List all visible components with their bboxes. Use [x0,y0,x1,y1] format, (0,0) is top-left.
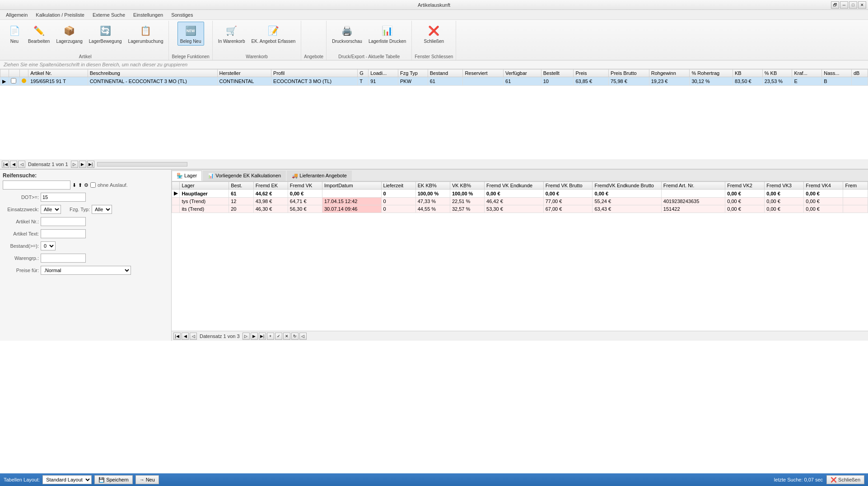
ribbon-btn-ekangebot[interactable]: 📝 EK. Angebot Erfassen [249,22,299,46]
col-kraft[interactable]: Kraf... [792,69,822,77]
col-preis[interactable]: Preis [574,69,609,77]
download-icon[interactable]: ⬇ [72,182,76,188]
inner-nav-first[interactable]: |◀ [173,333,181,340]
col-rohgewinn[interactable]: Rohgewinn [649,69,690,77]
ribbon-btn-belegneu[interactable]: 🆕 Beleg Neu [177,22,204,46]
inner-nav-add[interactable]: + [267,333,274,340]
nav-first-button[interactable]: |◀ [2,161,9,168]
menu-kalkulation[interactable]: Kalkulation / Preisliste [32,11,89,19]
fzgtyp-select[interactable]: Alle [92,205,112,214]
tab-lager[interactable]: 🏪 Lager [172,171,202,181]
icol-fremdvkendbrutto[interactable]: FremdVK Endkunde Brutto [593,182,661,190]
artikeltext-input[interactable] [41,229,86,238]
restore-button[interactable]: 🗗 [831,1,839,9]
menu-externe-suche[interactable]: Externe Suche [89,11,129,19]
nav-next-page-button[interactable]: ▷ [71,161,78,168]
col-preisbrutto[interactable]: Preis Brutto [609,69,649,77]
close-button[interactable]: ✕ [858,1,866,9]
col-checkbox[interactable] [9,69,20,77]
ribbon-btn-lagerzugang[interactable]: 📦 Lagerzugang [53,22,85,46]
reifensuche-input[interactable] [3,181,70,190]
icol-ekkb[interactable]: EK KB% [415,182,450,190]
ribbon-btn-neu[interactable]: 📄 Neu [5,22,24,46]
col-indicator[interactable] [0,69,9,77]
nav-prev-button[interactable]: ◀ [10,161,17,168]
menu-sonstiges[interactable]: Sonstiges [167,11,197,19]
icol-fremdartno[interactable]: Fremd Art. Nr. [661,182,725,190]
icol-fremdvkend[interactable]: Fremd VK Endkunde [485,182,544,190]
col-ptkb[interactable]: % KB [762,69,792,77]
col-hersteller[interactable]: Hersteller [217,69,271,77]
inner-nav-prev[interactable]: ◀ [182,333,189,340]
main-data-grid[interactable]: Artikel Nr. Beschreibung Hersteller Prof… [0,69,868,159]
icol-fremdek[interactable]: Fremd EK [253,182,288,190]
col-verfuegbar[interactable]: Verfügbar [504,69,541,77]
col-g[interactable]: G [358,69,369,77]
col-dot[interactable] [20,69,28,77]
icol-lager[interactable]: Lager [180,182,229,190]
col-loading[interactable]: Loadi... [369,69,398,77]
maximize-button[interactable]: □ [849,1,857,9]
lager-table-row[interactable]: ▶ Hauptlager 61 44,62 € 0,00 € 0 100,00 … [172,190,868,198]
row-checkbox[interactable] [9,77,20,86]
col-bestellt[interactable]: Bestellt [541,69,574,77]
lager-table-row[interactable]: its (Trend) 20 46,30 € 56,30 € 30.07.14 … [172,205,868,213]
neu-status-button[interactable]: → Neu [135,475,159,484]
inner-nav-cancel[interactable]: ✕ [283,333,290,340]
ohne-auslauf-checkbox[interactable] [90,182,96,188]
col-db[interactable]: dB [851,69,868,77]
tab-lieferanten[interactable]: 🚚 Lieferanten Angebote [287,171,352,181]
col-bestand[interactable]: Bestand [428,69,463,77]
preise-select[interactable]: .Normal [41,266,131,275]
inner-nav-last[interactable]: ▶| [259,333,266,340]
ribbon-btn-druckvorschau[interactable]: 🖨️ Druckvorschau [329,22,365,46]
dot-input[interactable] [41,193,86,202]
inner-grid[interactable]: Lager Best. Fremd EK Fremd VK ImportDatu… [172,181,868,331]
menu-allgemein[interactable]: Allgemein [2,11,32,19]
ribbon-btn-lagerbewegung[interactable]: 🔄 LagerBewegung [86,22,125,46]
col-artikelnr[interactable]: Artikel Nr. [28,69,88,77]
icol-best[interactable]: Best. [229,182,253,190]
lager-table-row[interactable]: tys (Trend) 12 43,98 € 64,71 € 17.04.15 … [172,198,868,205]
nav-last-button[interactable]: ▶| [87,161,94,168]
ribbon-btn-lagerumbuchung[interactable]: 📋 Lagerumbuchung [126,22,166,46]
warengrp-input[interactable] [41,254,86,263]
ribbon-btn-schliessen[interactable]: ❌ Schließen [421,22,447,46]
ribbon-btn-warenkorb[interactable]: 🛒 In Warenkorb [215,22,248,46]
tab-ek-kalkulationen[interactable]: 📊 Vorliegende EK Kalkulationen [203,171,286,181]
inner-nav-check[interactable]: ✓ [275,333,282,340]
col-profil[interactable]: Profil [271,69,358,77]
icol-fremdvk3[interactable]: Fremd VK3 [765,182,804,190]
icol-lieferzeit[interactable]: Lieferzeit [381,182,415,190]
icol-fremdvk2[interactable]: Fremd VK2 [725,182,765,190]
ribbon-btn-lagerliste[interactable]: 📊 Lagerliste Drucken [366,22,409,46]
speichern-button[interactable]: 💾 Speichern [94,475,133,484]
icol-frem[interactable]: Frem [843,182,868,190]
bestand-select[interactable]: 0 [41,241,56,250]
inner-nav-refresh[interactable]: ↻ [291,333,299,340]
upload-icon[interactable]: ⬆ [78,182,82,188]
icol-fremdvk[interactable]: Fremd VK [288,182,322,190]
einsatzzweck-select[interactable]: Alle [41,205,61,214]
col-fzgtyp[interactable]: Fzg Typ [398,69,428,77]
layout-select[interactable]: Standard Layout [42,475,92,484]
menu-einstellungen[interactable]: Einstellungen [129,11,167,19]
col-beschreibung[interactable]: Beschreibung [88,69,217,77]
inner-nav-next[interactable]: ▶ [251,333,258,340]
col-kb[interactable]: KB [733,69,763,77]
minimize-button[interactable]: ─ [840,1,848,9]
artikelnr-input[interactable] [41,217,86,226]
nav-prev-page-button[interactable]: ◁ [18,161,25,168]
inner-nav-prev-page[interactable]: ◁ [190,333,197,340]
inner-nav-next-page[interactable]: ▷ [243,333,250,340]
icol-vkkb[interactable]: VK KB% [450,182,484,190]
ribbon-btn-bearbeiten[interactable]: ✏️ Bearbeiten [25,22,52,46]
icol-fremdvk4[interactable]: Fremd VK4 [804,182,843,190]
inner-nav-left-arrow[interactable]: ◁ [299,333,307,340]
icol-importdatum[interactable]: ImportDatum [322,182,381,190]
nav-next-button[interactable]: ▶ [79,161,86,168]
status-close-button[interactable]: ❌ Schließen [826,475,864,484]
col-reserviert[interactable]: Reserviert [463,69,504,77]
icol-fremdvkbrutto[interactable]: Fremd VK Brutto [543,182,593,190]
table-row[interactable]: ▶ 195/65R15 91 T CONTINENTAL - ECOCONTAC… [0,77,868,86]
